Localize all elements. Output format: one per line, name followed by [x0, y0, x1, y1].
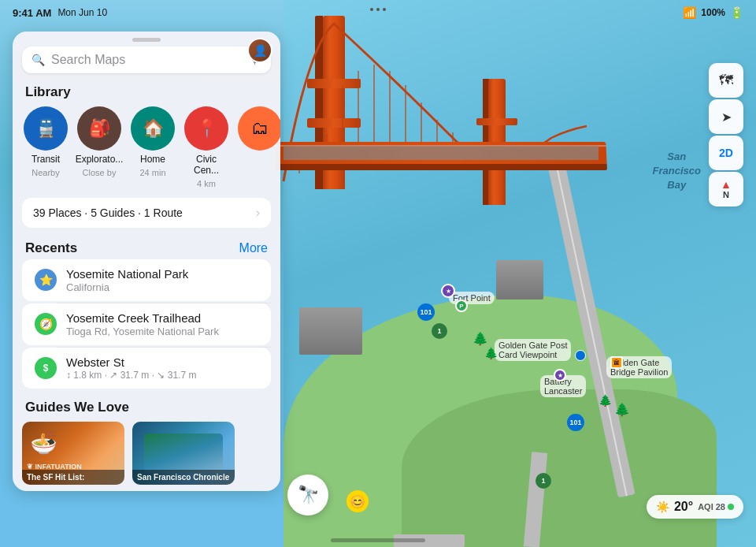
pavilion-marker[interactable]: 🏛 — [610, 356, 623, 369]
dot-3 — [383, 8, 386, 11]
recent-sub-3: ↕ 1.8 km · ↗ 31.7 m · ↘ 31.7 m — [66, 370, 196, 381]
search-input[interactable]: Search Maps — [51, 53, 243, 67]
home-icon: 🏠 — [131, 106, 175, 151]
info-marker[interactable] — [575, 350, 586, 361]
library-item-partial[interactable]: 🗂 — [236, 106, 280, 188]
dot-2 — [376, 8, 380, 11]
explore-icon: 🎒 — [77, 106, 121, 151]
tree-3: 🌲 — [598, 394, 612, 407]
wifi-icon: 📶 — [683, 6, 696, 19]
bridge-road-surface — [284, 146, 598, 160]
library-item-home[interactable]: 🏠 Home 24 min — [129, 106, 176, 188]
recent-item-details: Yosemite National Park California — [66, 267, 188, 293]
recent-sub-2: Tioga Rd, Yosemite National Park — [66, 326, 219, 337]
chronicle-image — [144, 434, 223, 473]
tree-1: 🌲 — [472, 331, 488, 346]
battery-percentage: 100% — [701, 7, 725, 18]
chevron-right-icon: › — [256, 206, 260, 220]
explore-sub: Close by — [83, 168, 117, 177]
guides-heading: Guides We Love — [13, 390, 280, 422]
dot-1 — [370, 8, 373, 11]
explore-name: Explorato... — [76, 154, 124, 165]
arrow-icon: ➤ — [721, 110, 732, 125]
drag-handle[interactable] — [132, 38, 161, 42]
fort-point-marker[interactable]: ★ — [441, 284, 455, 298]
recent-sub-1: California — [66, 281, 188, 293]
civic-icon: 📍 — [184, 106, 228, 151]
compass-button[interactable]: ▲ N — [709, 172, 743, 207]
search-icon: 🔍 — [32, 54, 45, 66]
home-indicator — [331, 538, 425, 542]
places-row[interactable]: 39 Places · 5 Guides · 1 Route › — [22, 198, 271, 228]
route-shield-1-2: 1 — [536, 473, 551, 489]
home-sub: 24 min — [139, 168, 165, 177]
weather-sun-icon: ☀️ — [656, 500, 669, 513]
civic-name: Civic Cen... — [183, 154, 230, 176]
partial-icon: 🗂 — [238, 106, 280, 151]
route-shield-101-2: 101 — [567, 414, 584, 431]
golden-gate-viewpoint-label: Golden Gate PostCard Viewpoint — [495, 339, 571, 361]
library-item-explore[interactable]: 🎒 Explorato... Close by — [76, 106, 123, 188]
library-heading: Library — [13, 81, 280, 106]
recent-yosemite-creek[interactable]: 🧭 Yosemite Creek Trailhead Tioga Rd, Yos… — [22, 303, 271, 345]
bridge-cables — [236, 0, 630, 221]
user-avatar[interactable]: 👤 — [247, 38, 272, 63]
three-dots — [370, 8, 386, 11]
chronicle-label: San Francisco Chronicle — [132, 470, 235, 485]
aqi-badge: AQI 28 — [698, 502, 734, 512]
recent-webster-st[interactable]: $ Webster St ↕ 1.8 km · ↗ 31.7 m · ↘ 31.… — [22, 348, 271, 389]
aqi-dot — [728, 504, 734, 510]
status-bar: 9:41 AM Mon Jun 10 📶 100% 🔋 — [0, 0, 756, 25]
library-icons-row: 🚆 Transit Nearby 🎒 Explorato... Close by… — [13, 106, 280, 195]
status-time: 9:41 AM — [13, 7, 51, 19]
guide-card-infatuation[interactable]: 🍜 ❦ INFATUATION The SF Hit List: — [22, 422, 124, 485]
library-item-civic[interactable]: 📍 Civic Cen... 4 km — [183, 106, 230, 188]
food-emoji: 🍜 — [30, 430, 57, 456]
recents-header: Recents More — [13, 234, 280, 259]
binoculars-icon: 🔭 — [298, 485, 319, 505]
golden-gate-bridge — [236, 0, 630, 434]
recent-name-2: Yosemite Creek Trailhead — [66, 311, 219, 325]
status-date: Mon Jun 10 — [57, 7, 107, 18]
bridge-base-right — [496, 260, 543, 300]
view-2d-label: 2D — [719, 147, 733, 159]
home-name: Home — [140, 154, 165, 165]
compass-icon: 🧭 — [35, 313, 57, 335]
weather-temperature: 20° — [674, 500, 693, 514]
transit-sub: Nearby — [32, 168, 59, 177]
parking-marker[interactable]: P — [455, 300, 468, 312]
transit-name: Transit — [32, 154, 60, 165]
guides-row: 🍜 ❦ INFATUATION The SF Hit List: San Fra… — [13, 422, 280, 485]
2d-view-button[interactable]: 2D — [709, 136, 743, 170]
map-icon: 🗺 — [719, 73, 733, 89]
more-link[interactable]: More — [239, 241, 268, 255]
search-bar[interactable]: 🔍 Search Maps 🎙 — [22, 47, 271, 73]
battery-lancaster-marker[interactable]: ★ — [554, 369, 566, 381]
recent-name-3: Webster St — [66, 355, 196, 369]
directions-button[interactable]: ➤ — [709, 99, 743, 134]
transit-icon: 🚆 — [24, 106, 68, 151]
recent-name-1: Yosemite National Park — [66, 267, 188, 281]
guide-card-chronicle[interactable]: San Francisco Chronicle — [132, 422, 235, 485]
recent-item-details-2: Yosemite Creek Trailhead Tioga Rd, Yosem… — [66, 311, 219, 337]
tree-2: 🌲 — [484, 347, 498, 359]
weather-badge: ☀️ 20° AQI 28 — [647, 495, 743, 519]
route-shield-101: 101 — [417, 303, 435, 321]
recent-item-details-3: Webster St ↕ 1.8 km · ↗ 31.7 m · ↘ 31.7 … — [66, 355, 196, 381]
civic-sub: 4 km — [197, 179, 216, 188]
library-item-transit[interactable]: 🚆 Transit Nearby — [22, 106, 69, 188]
compass-arrow: ▲ — [721, 179, 732, 190]
search-panel: 👤 🔍 Search Maps 🎙 Library 🚆 Transit Near… — [13, 32, 280, 491]
recents-title: Recents — [25, 240, 77, 256]
route-shield-1: 1 — [432, 323, 447, 339]
map-view-button[interactable]: 🗺 — [709, 63, 743, 98]
battery-icon: 🔋 — [730, 6, 743, 19]
status-right: 📶 100% 🔋 — [683, 6, 743, 19]
smiley-emoji: 😊 — [346, 490, 369, 512]
binoculars-button[interactable]: 🔭 — [287, 474, 328, 515]
dollar-icon: $ — [35, 357, 57, 379]
map-controls: 🗺 ➤ 2D ▲ N — [709, 63, 743, 207]
star-icon: ⭐ — [35, 269, 57, 291]
infatuation-label: The SF Hit List: — [22, 470, 124, 485]
recent-yosemite-park[interactable]: ⭐ Yosemite National Park California — [22, 259, 271, 301]
